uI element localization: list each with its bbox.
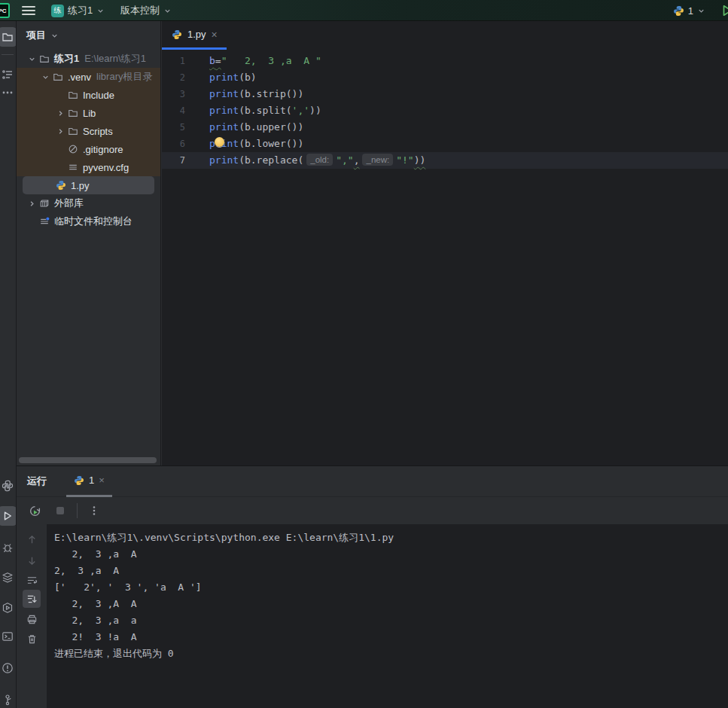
folder-icon	[66, 90, 80, 100]
console-line: 2, 3 ,A A	[54, 596, 728, 612]
tree-item-scratches[interactable]: 临时文件和控制台	[17, 212, 160, 230]
tree-item-scripts[interactable]: Scripts	[17, 122, 160, 140]
console-area: E:\learn\练习1\.venv\Scripts\python.exe E:…	[17, 524, 728, 708]
ignored-file-icon	[66, 144, 80, 154]
arrow-down-icon[interactable]	[23, 551, 41, 569]
rerun-button[interactable]	[26, 502, 44, 520]
close-icon[interactable]: ×	[212, 29, 218, 40]
chevron-down-icon[interactable]	[39, 73, 51, 81]
code-line: 5 print(b.upper())	[162, 119, 728, 136]
python-icon	[74, 475, 84, 486]
clear-console-icon[interactable]	[23, 630, 41, 648]
console-line: 2, 3 ,a a	[54, 612, 728, 629]
code-line: 4 print(b.split(','))	[162, 102, 728, 119]
external-libraries-icon	[38, 198, 51, 209]
tree-item-gitignore[interactable]: .gitignore	[17, 140, 160, 158]
code-line: 3 print(b.strip())	[162, 86, 728, 102]
toolbar-separator	[77, 503, 78, 518]
project-panel-header[interactable]: 项目	[17, 21, 160, 50]
tree-item-include[interactable]: Include	[17, 86, 160, 104]
code-line-current: 7 print(b.replace(_old:",",_new:"!"))	[162, 152, 728, 169]
problems-tool-button[interactable]	[0, 658, 17, 678]
folder-icon	[66, 108, 80, 118]
code-line: 1 b=" 2, 3 ,a A "	[162, 53, 728, 69]
console-line: 2, 3 ,a A	[54, 546, 728, 563]
console-output[interactable]: E:\learn\练习1\.venv\Scripts\python.exe E:…	[47, 524, 728, 708]
more-tool-windows-button[interactable]	[0, 83, 17, 102]
pycharm-logo: PC	[0, 3, 10, 18]
inlay-hint-old: _old:	[306, 154, 333, 166]
code-editor[interactable]: 1 b=" 2, 3 ,a A " 2 print(b) 3 print(b.s…	[162, 50, 728, 169]
run-tab-1[interactable]: 1 ×	[66, 466, 112, 497]
folder-icon	[38, 53, 51, 64]
tab-1py[interactable]: 1.py ×	[162, 21, 227, 50]
scratch-files-icon	[38, 216, 51, 227]
run-config-name: 1	[688, 5, 693, 17]
console-line: [' 2', ' 3 ', 'a A ']	[54, 579, 728, 596]
print-icon[interactable]	[23, 610, 41, 628]
main-menu-button[interactable]	[21, 5, 36, 17]
vcs-label: 版本控制	[120, 4, 160, 17]
run-panel-header: 运行 1 ×	[17, 466, 728, 497]
config-file-icon	[66, 162, 80, 172]
run-configuration-widget[interactable]: 1	[673, 0, 705, 21]
code-line: 6 print(b.lower())	[162, 136, 728, 152]
python-packages-tool-button[interactable]	[0, 476, 17, 496]
vcs-tool-button[interactable]	[0, 690, 17, 708]
pycharm-window: PC 练 练习1 版本控制 1	[0, 0, 728, 708]
arrow-up-icon[interactable]	[23, 530, 41, 548]
project-widget[interactable]: 练 练习1	[51, 0, 105, 21]
soft-wrap-icon[interactable]	[23, 571, 41, 589]
python-icon	[172, 29, 182, 40]
folder-icon	[51, 72, 65, 82]
console-toolbar	[17, 524, 47, 708]
console-line: E:\learn\练习1\.venv\Scripts\python.exe E:…	[54, 529, 728, 546]
console-line: 2, 3 ,a A	[54, 563, 728, 579]
chevron-down-icon	[697, 7, 705, 15]
code-line: 2 print(b)	[162, 69, 728, 86]
more-options-button[interactable]	[85, 502, 103, 520]
project-avatar-icon: 练	[51, 5, 64, 17]
python-icon	[54, 180, 68, 191]
console-line: 2! 3 !a A	[54, 629, 728, 645]
chevron-down-icon	[50, 32, 59, 40]
tree-item-project-root[interactable]: 练习1 E:\learn\练习1	[17, 50, 160, 68]
debug-tool-button[interactable]	[0, 538, 17, 557]
chevron-down-icon[interactable]	[26, 55, 38, 63]
run-tool-button[interactable]	[0, 506, 17, 526]
project-name: 练习1	[68, 4, 93, 17]
title-bar: PC 练 练习1 版本控制 1	[0, 0, 728, 21]
chevron-right-icon[interactable]	[54, 127, 66, 136]
project-tool-window: 项目 练习1 E:\learn\练习1 .venv library根目录 Inc…	[17, 21, 161, 465]
scroll-to-end-icon[interactable]	[23, 590, 41, 608]
tab-label: 1.py	[187, 29, 206, 40]
project-panel-title: 项目	[26, 29, 46, 42]
python-icon	[673, 5, 684, 17]
vcs-widget[interactable]: 版本控制	[120, 0, 172, 21]
tree-item-venv[interactable]: .venv library根目录	[17, 68, 160, 86]
tree-item-pyvenv-cfg[interactable]: pyvenv.cfg	[17, 158, 160, 176]
services-tool-button[interactable]	[0, 568, 17, 587]
strip-divider	[2, 54, 14, 55]
structure-tool-button[interactable]	[0, 65, 17, 84]
tree-item-lib[interactable]: Lib	[17, 104, 160, 122]
run-panel-title: 运行	[27, 475, 47, 488]
chevron-down-icon	[163, 7, 172, 15]
tree-item-external-libraries[interactable]: 外部库	[17, 194, 160, 212]
tree-item-1py[interactable]: 1.py	[23, 176, 154, 194]
inlay-hint-new: _new:	[362, 154, 393, 166]
tool-window-strip	[0, 21, 17, 708]
terminal-tool-button[interactable]	[0, 627, 17, 646]
chevron-right-icon[interactable]	[54, 109, 66, 117]
run-toolbar	[17, 497, 728, 524]
python-console-tool-button[interactable]	[0, 598, 17, 618]
stop-button[interactable]	[51, 502, 69, 520]
project-tool-button[interactable]	[0, 27, 17, 47]
intention-lightbulb-icon[interactable]	[215, 137, 224, 147]
chevron-right-icon[interactable]	[26, 200, 38, 208]
run-button[interactable]	[720, 4, 728, 17]
library-root-block: .venv library根目录 Include Lib Scripts .gi…	[17, 68, 160, 176]
folder-icon	[66, 126, 80, 136]
horizontal-scrollbar[interactable]	[19, 457, 157, 463]
close-icon[interactable]: ×	[99, 475, 105, 486]
